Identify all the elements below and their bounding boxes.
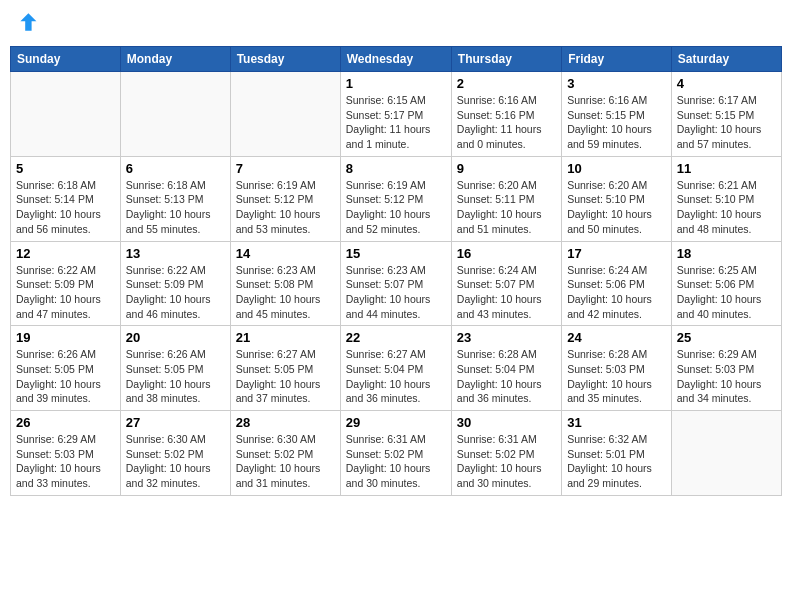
logo bbox=[14, 10, 40, 38]
day-number: 13 bbox=[126, 246, 225, 261]
day-info: Sunrise: 6:28 AM Sunset: 5:04 PM Dayligh… bbox=[457, 347, 556, 406]
calendar-cell bbox=[11, 72, 121, 157]
calendar-week-5: 26Sunrise: 6:29 AM Sunset: 5:03 PM Dayli… bbox=[11, 411, 782, 496]
day-number: 12 bbox=[16, 246, 115, 261]
day-info: Sunrise: 6:29 AM Sunset: 5:03 PM Dayligh… bbox=[16, 432, 115, 491]
day-info: Sunrise: 6:18 AM Sunset: 5:13 PM Dayligh… bbox=[126, 178, 225, 237]
header-wednesday: Wednesday bbox=[340, 47, 451, 72]
day-number: 24 bbox=[567, 330, 666, 345]
day-info: Sunrise: 6:21 AM Sunset: 5:10 PM Dayligh… bbox=[677, 178, 776, 237]
day-info: Sunrise: 6:29 AM Sunset: 5:03 PM Dayligh… bbox=[677, 347, 776, 406]
day-number: 14 bbox=[236, 246, 335, 261]
day-number: 7 bbox=[236, 161, 335, 176]
calendar-cell: 6Sunrise: 6:18 AM Sunset: 5:13 PM Daylig… bbox=[120, 156, 230, 241]
calendar-cell: 24Sunrise: 6:28 AM Sunset: 5:03 PM Dayli… bbox=[562, 326, 672, 411]
calendar-table: SundayMondayTuesdayWednesdayThursdayFrid… bbox=[10, 46, 782, 496]
day-info: Sunrise: 6:24 AM Sunset: 5:07 PM Dayligh… bbox=[457, 263, 556, 322]
calendar-cell bbox=[120, 72, 230, 157]
day-info: Sunrise: 6:26 AM Sunset: 5:05 PM Dayligh… bbox=[16, 347, 115, 406]
day-number: 3 bbox=[567, 76, 666, 91]
day-number: 28 bbox=[236, 415, 335, 430]
day-number: 1 bbox=[346, 76, 446, 91]
day-info: Sunrise: 6:30 AM Sunset: 5:02 PM Dayligh… bbox=[236, 432, 335, 491]
header-tuesday: Tuesday bbox=[230, 47, 340, 72]
day-info: Sunrise: 6:28 AM Sunset: 5:03 PM Dayligh… bbox=[567, 347, 666, 406]
calendar-cell: 13Sunrise: 6:22 AM Sunset: 5:09 PM Dayli… bbox=[120, 241, 230, 326]
day-info: Sunrise: 6:26 AM Sunset: 5:05 PM Dayligh… bbox=[126, 347, 225, 406]
day-number: 11 bbox=[677, 161, 776, 176]
day-number: 18 bbox=[677, 246, 776, 261]
day-info: Sunrise: 6:30 AM Sunset: 5:02 PM Dayligh… bbox=[126, 432, 225, 491]
day-number: 9 bbox=[457, 161, 556, 176]
day-info: Sunrise: 6:25 AM Sunset: 5:06 PM Dayligh… bbox=[677, 263, 776, 322]
day-number: 10 bbox=[567, 161, 666, 176]
day-info: Sunrise: 6:16 AM Sunset: 5:15 PM Dayligh… bbox=[567, 93, 666, 152]
day-info: Sunrise: 6:19 AM Sunset: 5:12 PM Dayligh… bbox=[236, 178, 335, 237]
day-number: 2 bbox=[457, 76, 556, 91]
day-number: 26 bbox=[16, 415, 115, 430]
day-number: 23 bbox=[457, 330, 556, 345]
calendar-cell: 8Sunrise: 6:19 AM Sunset: 5:12 PM Daylig… bbox=[340, 156, 451, 241]
day-info: Sunrise: 6:23 AM Sunset: 5:08 PM Dayligh… bbox=[236, 263, 335, 322]
calendar-cell: 31Sunrise: 6:32 AM Sunset: 5:01 PM Dayli… bbox=[562, 411, 672, 496]
calendar-cell: 7Sunrise: 6:19 AM Sunset: 5:12 PM Daylig… bbox=[230, 156, 340, 241]
calendar-cell: 3Sunrise: 6:16 AM Sunset: 5:15 PM Daylig… bbox=[562, 72, 672, 157]
header-thursday: Thursday bbox=[451, 47, 561, 72]
calendar-cell: 16Sunrise: 6:24 AM Sunset: 5:07 PM Dayli… bbox=[451, 241, 561, 326]
day-info: Sunrise: 6:16 AM Sunset: 5:16 PM Dayligh… bbox=[457, 93, 556, 152]
day-info: Sunrise: 6:27 AM Sunset: 5:04 PM Dayligh… bbox=[346, 347, 446, 406]
calendar-cell: 25Sunrise: 6:29 AM Sunset: 5:03 PM Dayli… bbox=[671, 326, 781, 411]
calendar-cell: 11Sunrise: 6:21 AM Sunset: 5:10 PM Dayli… bbox=[671, 156, 781, 241]
calendar-cell: 17Sunrise: 6:24 AM Sunset: 5:06 PM Dayli… bbox=[562, 241, 672, 326]
calendar-cell: 27Sunrise: 6:30 AM Sunset: 5:02 PM Dayli… bbox=[120, 411, 230, 496]
day-number: 5 bbox=[16, 161, 115, 176]
day-number: 25 bbox=[677, 330, 776, 345]
header-friday: Friday bbox=[562, 47, 672, 72]
day-info: Sunrise: 6:18 AM Sunset: 5:14 PM Dayligh… bbox=[16, 178, 115, 237]
day-info: Sunrise: 6:19 AM Sunset: 5:12 PM Dayligh… bbox=[346, 178, 446, 237]
calendar-cell: 15Sunrise: 6:23 AM Sunset: 5:07 PM Dayli… bbox=[340, 241, 451, 326]
calendar-week-3: 12Sunrise: 6:22 AM Sunset: 5:09 PM Dayli… bbox=[11, 241, 782, 326]
day-number: 6 bbox=[126, 161, 225, 176]
day-info: Sunrise: 6:17 AM Sunset: 5:15 PM Dayligh… bbox=[677, 93, 776, 152]
calendar-cell bbox=[671, 411, 781, 496]
day-info: Sunrise: 6:24 AM Sunset: 5:06 PM Dayligh… bbox=[567, 263, 666, 322]
header-monday: Monday bbox=[120, 47, 230, 72]
calendar-cell: 5Sunrise: 6:18 AM Sunset: 5:14 PM Daylig… bbox=[11, 156, 121, 241]
day-info: Sunrise: 6:31 AM Sunset: 5:02 PM Dayligh… bbox=[457, 432, 556, 491]
day-info: Sunrise: 6:32 AM Sunset: 5:01 PM Dayligh… bbox=[567, 432, 666, 491]
header-sunday: Sunday bbox=[11, 47, 121, 72]
day-info: Sunrise: 6:20 AM Sunset: 5:10 PM Dayligh… bbox=[567, 178, 666, 237]
day-number: 19 bbox=[16, 330, 115, 345]
day-number: 31 bbox=[567, 415, 666, 430]
day-info: Sunrise: 6:31 AM Sunset: 5:02 PM Dayligh… bbox=[346, 432, 446, 491]
calendar-cell: 9Sunrise: 6:20 AM Sunset: 5:11 PM Daylig… bbox=[451, 156, 561, 241]
calendar-cell: 18Sunrise: 6:25 AM Sunset: 5:06 PM Dayli… bbox=[671, 241, 781, 326]
day-number: 4 bbox=[677, 76, 776, 91]
day-info: Sunrise: 6:22 AM Sunset: 5:09 PM Dayligh… bbox=[126, 263, 225, 322]
day-number: 17 bbox=[567, 246, 666, 261]
day-number: 30 bbox=[457, 415, 556, 430]
day-number: 16 bbox=[457, 246, 556, 261]
header-saturday: Saturday bbox=[671, 47, 781, 72]
calendar-cell: 4Sunrise: 6:17 AM Sunset: 5:15 PM Daylig… bbox=[671, 72, 781, 157]
calendar-cell: 1Sunrise: 6:15 AM Sunset: 5:17 PM Daylig… bbox=[340, 72, 451, 157]
calendar-week-1: 1Sunrise: 6:15 AM Sunset: 5:17 PM Daylig… bbox=[11, 72, 782, 157]
day-number: 8 bbox=[346, 161, 446, 176]
calendar-cell: 12Sunrise: 6:22 AM Sunset: 5:09 PM Dayli… bbox=[11, 241, 121, 326]
day-info: Sunrise: 6:22 AM Sunset: 5:09 PM Dayligh… bbox=[16, 263, 115, 322]
day-info: Sunrise: 6:20 AM Sunset: 5:11 PM Dayligh… bbox=[457, 178, 556, 237]
day-number: 29 bbox=[346, 415, 446, 430]
day-info: Sunrise: 6:27 AM Sunset: 5:05 PM Dayligh… bbox=[236, 347, 335, 406]
calendar-cell: 30Sunrise: 6:31 AM Sunset: 5:02 PM Dayli… bbox=[451, 411, 561, 496]
calendar-cell: 20Sunrise: 6:26 AM Sunset: 5:05 PM Dayli… bbox=[120, 326, 230, 411]
day-number: 20 bbox=[126, 330, 225, 345]
calendar-cell: 29Sunrise: 6:31 AM Sunset: 5:02 PM Dayli… bbox=[340, 411, 451, 496]
calendar-week-2: 5Sunrise: 6:18 AM Sunset: 5:14 PM Daylig… bbox=[11, 156, 782, 241]
page-header bbox=[10, 10, 782, 38]
calendar-cell: 23Sunrise: 6:28 AM Sunset: 5:04 PM Dayli… bbox=[451, 326, 561, 411]
calendar-cell: 2Sunrise: 6:16 AM Sunset: 5:16 PM Daylig… bbox=[451, 72, 561, 157]
calendar-cell: 26Sunrise: 6:29 AM Sunset: 5:03 PM Dayli… bbox=[11, 411, 121, 496]
calendar-cell: 21Sunrise: 6:27 AM Sunset: 5:05 PM Dayli… bbox=[230, 326, 340, 411]
calendar-cell: 14Sunrise: 6:23 AM Sunset: 5:08 PM Dayli… bbox=[230, 241, 340, 326]
